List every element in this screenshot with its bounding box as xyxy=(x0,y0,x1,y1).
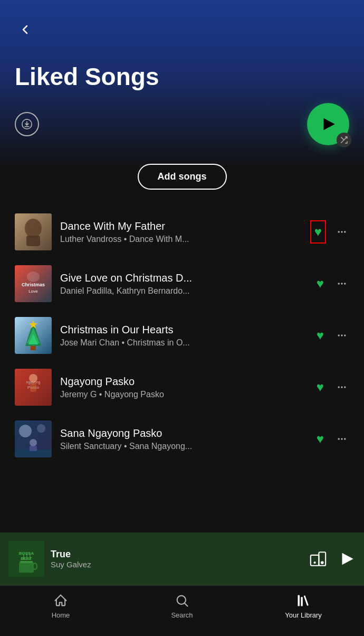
svg-point-5 xyxy=(338,231,340,232)
page-header: Liked Songs xyxy=(15,63,349,145)
play-pause-button[interactable] xyxy=(338,550,356,568)
like-button[interactable]: ♥ xyxy=(314,326,326,345)
song-item: Sana Ngayong Pasko Silent Sanctuary • Sa… xyxy=(0,413,364,465)
song-item: Dance With My Father Luther Vandross • D… xyxy=(0,206,364,258)
more-options-button[interactable] xyxy=(334,276,349,291)
svg-rect-48 xyxy=(311,555,319,566)
like-button[interactable]: ♥ xyxy=(310,220,326,244)
svg-point-7 xyxy=(344,231,346,232)
song-info: Christmas in Our Hearts Jose Mari Chan •… xyxy=(60,324,306,348)
svg-point-40 xyxy=(341,438,342,439)
svg-rect-20 xyxy=(31,346,36,350)
svg-point-28 xyxy=(29,374,37,382)
song-artwork xyxy=(15,317,52,354)
song-artwork xyxy=(15,420,52,457)
song-meta: Jeremy G • Ngayong Pasko xyxy=(60,390,306,399)
like-button[interactable]: ♥ xyxy=(314,378,326,397)
nav-item-search[interactable]: Search xyxy=(121,593,243,619)
play-shuffle-container xyxy=(307,103,349,145)
now-playing-title: True xyxy=(51,549,303,560)
nav-label-home: Home xyxy=(52,611,70,619)
svg-point-50 xyxy=(314,562,316,564)
heart-icon: ♥ xyxy=(317,328,324,343)
bottom-navigation: Home Search Your Library xyxy=(0,585,364,636)
add-songs-button[interactable]: Add songs xyxy=(138,164,227,190)
song-meta: Daniel Padilla, Kathryn Bernardo... xyxy=(60,286,306,296)
song-info: Give Love on Christmas D... Daniel Padil… xyxy=(60,272,306,296)
song-title: Dance With My Father xyxy=(60,220,302,232)
heart-icon: ♥ xyxy=(314,225,322,239)
song-artwork xyxy=(15,213,52,250)
svg-point-24 xyxy=(344,334,346,336)
heart-icon: ♥ xyxy=(317,380,324,395)
svg-point-3 xyxy=(25,219,42,238)
svg-point-6 xyxy=(341,231,342,232)
back-button[interactable] xyxy=(15,19,36,40)
song-title: Ngayong Pasko xyxy=(60,376,306,388)
song-title: Sana Ngayong Pasko xyxy=(60,427,306,439)
nav-item-home[interactable]: Home xyxy=(0,593,121,619)
heart-icon: ♥ xyxy=(317,432,324,446)
more-options-button[interactable] xyxy=(334,225,349,239)
svg-point-31 xyxy=(341,386,342,388)
svg-point-39 xyxy=(338,438,340,439)
svg-point-41 xyxy=(344,438,346,439)
song-meta: Silent Sanctuary • Sana Ngayong... xyxy=(60,442,306,451)
svg-point-51 xyxy=(321,561,324,564)
svg-rect-54 xyxy=(301,597,303,606)
svg-point-35 xyxy=(37,424,45,433)
svg-rect-4 xyxy=(26,236,40,246)
song-meta: Luther Vandross • Dance With M... xyxy=(60,235,302,244)
like-button[interactable]: ♥ xyxy=(314,429,326,448)
now-playing-artist: Suy Galvez xyxy=(51,560,303,569)
svg-point-32 xyxy=(344,386,346,388)
now-playing-artwork: BOSSA BEST xyxy=(8,541,44,577)
svg-rect-53 xyxy=(298,595,300,606)
add-songs-area: Add songs xyxy=(0,164,364,190)
song-item: ngayong Pasko Ngayong Pasko Jeremy G • N… xyxy=(0,361,364,413)
now-playing-bar[interactable]: BOSSA BEST True Suy Galvez xyxy=(0,532,364,585)
device-button[interactable] xyxy=(309,550,327,568)
search-icon xyxy=(175,593,189,608)
svg-point-13 xyxy=(338,283,340,284)
song-meta: Jose Mari Chan • Christmas in O... xyxy=(60,338,306,348)
svg-point-34 xyxy=(19,425,32,437)
art-inner: ngayong Pasko xyxy=(15,369,52,406)
svg-text:Christmas: Christmas xyxy=(22,282,45,287)
library-icon xyxy=(296,593,311,608)
svg-rect-38 xyxy=(30,446,37,451)
heart-icon: ♥ xyxy=(317,276,324,291)
song-actions: ♥ xyxy=(314,378,349,397)
song-actions: ♥ xyxy=(314,429,349,448)
art-inner xyxy=(15,317,52,354)
song-actions: ♥ xyxy=(314,274,349,293)
svg-point-15 xyxy=(344,283,346,284)
svg-point-30 xyxy=(338,386,340,388)
page-title: Liked Songs xyxy=(15,63,349,90)
svg-rect-29 xyxy=(30,384,36,392)
song-title: Give Love on Christmas D... xyxy=(60,272,306,284)
like-button[interactable]: ♥ xyxy=(314,274,326,293)
song-title: Christmas in Our Hearts xyxy=(60,324,306,336)
svg-rect-46 xyxy=(20,561,33,563)
svg-point-12 xyxy=(27,272,40,282)
download-button[interactable] xyxy=(15,112,39,136)
now-playing-controls xyxy=(309,550,356,568)
svg-point-23 xyxy=(341,334,342,336)
header-actions xyxy=(15,103,349,145)
now-playing-art-inner: BOSSA BEST xyxy=(8,541,44,577)
svg-point-22 xyxy=(338,334,340,336)
nav-label-library: Your Library xyxy=(285,611,322,619)
home-icon xyxy=(53,593,68,608)
song-actions: ♥ xyxy=(314,326,349,345)
now-playing-info: True Suy Galvez xyxy=(51,549,303,569)
art-inner xyxy=(15,420,52,457)
art-inner xyxy=(15,213,52,250)
art-inner: Christmas Love xyxy=(15,265,52,302)
song-info: Dance With My Father Luther Vandross • D… xyxy=(60,220,302,244)
more-options-button[interactable] xyxy=(334,432,349,446)
song-artwork: ngayong Pasko xyxy=(15,369,52,406)
more-options-button[interactable] xyxy=(334,328,349,343)
more-options-button[interactable] xyxy=(334,380,349,395)
nav-item-library[interactable]: Your Library xyxy=(243,593,364,619)
